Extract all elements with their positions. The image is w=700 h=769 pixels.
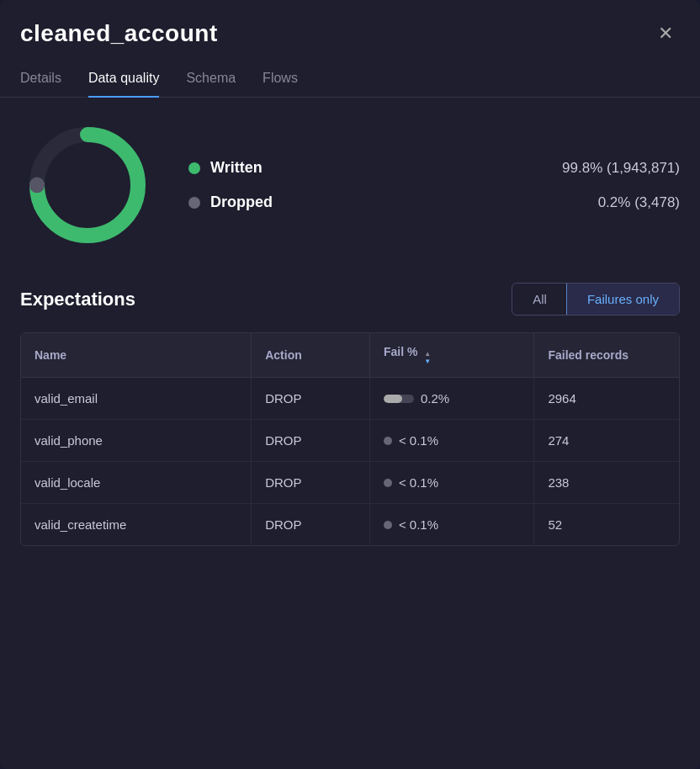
table-row: valid_localeDROP< 0.1%238 <box>21 462 679 504</box>
panel-header: cleaned_account ✕ <box>0 0 700 61</box>
dropped-label: Dropped <box>210 194 273 211</box>
dropped-value: 0.2% (3,478) <box>598 194 680 211</box>
fail-pct-value: < 0.1% <box>399 433 438 448</box>
tab-flows[interactable]: Flows <box>262 61 298 98</box>
panel-title: cleaned_account <box>20 20 218 47</box>
sort-icons: ▲ ▼ <box>424 351 431 365</box>
content-area: Written 99.8% (1,943,871) Dropped 0.2% (… <box>0 98 700 566</box>
row-action: DROP <box>252 378 370 420</box>
table-row: valid_phoneDROP< 0.1%274 <box>21 420 679 462</box>
col-header-action: Action <box>252 333 370 378</box>
written-label: Written <box>210 159 262 177</box>
row-fail-pct: 0.2% <box>369 378 534 420</box>
row-fail-pct: < 0.1% <box>369 462 534 504</box>
row-action: DROP <box>252 462 370 504</box>
table-row: valid_emailDROP0.2%2964 <box>21 378 679 420</box>
expectations-table: Name Action Fail % ▲ ▼ <box>21 333 679 545</box>
dropped-dot <box>188 197 200 209</box>
row-failed-records: 52 <box>534 504 679 546</box>
written-stat: Written 99.8% (1,943,871) <box>188 159 680 177</box>
fail-pct-value: < 0.1% <box>399 517 438 532</box>
col-header-fail-pct[interactable]: Fail % ▲ ▼ <box>369 333 534 378</box>
donut-chart <box>20 118 155 252</box>
quality-summary: Written 99.8% (1,943,871) Dropped 0.2% (… <box>20 118 680 252</box>
filter-all-button[interactable]: All <box>512 284 567 315</box>
tab-data-quality[interactable]: Data quality <box>88 61 160 98</box>
row-fail-pct: < 0.1% <box>369 420 534 462</box>
col-header-name: Name <box>21 333 252 378</box>
row-action: DROP <box>252 420 370 462</box>
fail-dot <box>384 479 392 487</box>
table-body: valid_emailDROP0.2%2964valid_phoneDROP< … <box>21 378 679 546</box>
fail-pct-value: 0.2% <box>421 391 449 406</box>
fail-bar <box>384 395 402 403</box>
row-name: valid_phone <box>21 420 252 462</box>
row-failed-records: 274 <box>534 420 679 462</box>
table-header-row: Name Action Fail % ▲ ▼ <box>21 333 679 378</box>
tabs-bar: Details Data quality Schema Flows <box>0 61 700 98</box>
row-failed-records: 238 <box>534 462 679 504</box>
close-button[interactable]: ✕ <box>651 21 680 46</box>
row-failed-records: 2964 <box>534 378 679 420</box>
dropped-stat: Dropped 0.2% (3,478) <box>188 194 680 211</box>
row-fail-pct: < 0.1% <box>369 504 534 546</box>
fail-bar-container <box>384 395 414 403</box>
main-panel: cleaned_account ✕ Details Data quality S… <box>0 0 700 769</box>
tab-schema[interactable]: Schema <box>186 61 236 98</box>
fail-dot <box>384 521 392 529</box>
fail-dot <box>384 437 392 445</box>
row-name: valid_createtime <box>21 504 252 546</box>
filter-buttons: All Failures only <box>512 283 680 316</box>
written-value: 99.8% (1,943,871) <box>562 160 680 177</box>
tab-details[interactable]: Details <box>20 61 61 98</box>
expectations-header: Expectations All Failures only <box>20 283 680 316</box>
stats-list: Written 99.8% (1,943,871) Dropped 0.2% (… <box>188 159 680 211</box>
filter-failures-button[interactable]: Failures only <box>566 283 680 316</box>
row-name: valid_locale <box>21 462 252 504</box>
written-dot <box>188 162 200 174</box>
expectations-title: Expectations <box>20 289 135 310</box>
sort-down-icon: ▼ <box>424 358 431 365</box>
row-name: valid_email <box>21 378 252 420</box>
fail-pct-value: < 0.1% <box>399 475 438 490</box>
table-row: valid_createtimeDROP< 0.1%52 <box>21 504 679 546</box>
sort-up-icon: ▲ <box>424 351 431 358</box>
expectations-table-container: Name Action Fail % ▲ ▼ <box>20 332 680 546</box>
row-action: DROP <box>252 504 370 546</box>
col-header-failed-records: Failed records <box>534 333 679 378</box>
